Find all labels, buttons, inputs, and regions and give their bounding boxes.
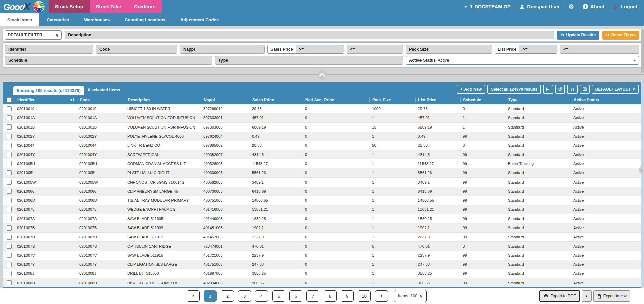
filter-preset-select[interactable]: DEFAULT FILTER ∨ <box>5 30 62 40</box>
sort-button[interactable] <box>567 85 578 94</box>
identifier-filter-input[interactable] <box>5 45 93 54</box>
row-checkbox[interactable] <box>7 189 12 194</box>
table-row[interactable]: 0201008U0201008UDISC KIT REFILL ISOMED 8… <box>3 278 641 288</box>
column-header-type[interactable]: Type <box>506 98 571 102</box>
row-checkbox[interactable] <box>7 124 12 130</box>
row-checkbox[interactable] <box>7 235 12 240</box>
row-checkbox[interactable] <box>7 216 12 221</box>
row-checkbox[interactable] <box>7 198 12 203</box>
tab-adjustment-codes[interactable]: Adjustment Codes <box>173 13 226 26</box>
layout-dropdown[interactable]: DEFAULT LAYOUT ∨ <box>592 85 639 94</box>
reset-filters-button[interactable]: ↺ Reset Filters <box>602 31 639 40</box>
page-button[interactable]: 8 <box>324 290 337 302</box>
select-all-button[interactable]: Select all 124379 results <box>487 85 541 94</box>
items-per-page-select[interactable]: Items: 100 ∨ <box>394 290 427 302</box>
table-row[interactable]: 0201007D0201007DSAW BLADE 51191240145700… <box>3 233 641 242</box>
row-checkbox[interactable] <box>7 262 12 267</box>
entity-selector[interactable]: ▼ 1-DOCSTEAM GP <box>464 4 511 9</box>
row-checkbox[interactable] <box>7 161 12 166</box>
table-row[interactable]: 0201006D0201006DTIBIAL TRAY MODULAR PRIM… <box>3 196 641 205</box>
table-row[interactable]: 0201007A0201007ASAW BLADE 51190540144900… <box>3 214 641 223</box>
page-button[interactable]: 6 <box>289 290 302 302</box>
table-row[interactable]: 0201007V0201007VSAW BLADE 51191540172100… <box>3 251 641 260</box>
page-button[interactable]: 7 <box>306 290 319 302</box>
export-csv-button[interactable]: Export to csv <box>593 290 630 302</box>
column-header-nett-acq-price[interactable]: Nett Acq. Price <box>303 98 369 102</box>
nav-creditors[interactable]: Creditors <box>128 0 162 13</box>
columns-button[interactable] <box>580 85 590 94</box>
column-header-description[interactable]: Description <box>125 98 201 102</box>
row-checkbox[interactable] <box>7 152 12 157</box>
column-header-sales-price[interactable]: Sales Price <box>250 98 303 102</box>
user-menu[interactable]: Docspan User <box>519 4 560 9</box>
page-button[interactable]: 1 <box>204 290 217 302</box>
column-header-identifier[interactable]: Identifier ▾ 1 <box>15 98 77 102</box>
list-price-min-input[interactable] <box>519 45 557 53</box>
select-all-checkbox[interactable] <box>7 97 12 102</box>
nappi-filter-input[interactable] <box>180 45 265 54</box>
code-filter-input[interactable] <box>96 45 177 54</box>
tab-stock-items[interactable]: Stock Items <box>0 13 39 26</box>
column-header-pack-size[interactable]: Pack Size <box>369 98 415 102</box>
settings-button[interactable]: ⚙ <box>568 4 574 10</box>
table-row[interactable]: 0201007502010075WEDGE ENOPHTHALMOS401416… <box>3 205 641 214</box>
export-options-button[interactable]: ▲ <box>582 290 592 302</box>
page-button[interactable]: 10 <box>358 290 371 302</box>
column-header-list-price[interactable]: List Price <box>415 98 460 102</box>
schedule-filter-input[interactable] <box>5 56 212 65</box>
scrollbar-thumb[interactable] <box>641 30 644 73</box>
fit-columns-button[interactable] <box>543 85 553 94</box>
reset-layout-button[interactable]: ↺ <box>555 85 565 94</box>
update-results-button[interactable]: ↻ Update Results <box>557 31 599 40</box>
table-row[interactable]: 0201001B0201001BVOLUVEN SOLUTION FOR INF… <box>3 123 641 132</box>
table-row[interactable]: 0201007B0201007BSAW BLADE 51190940145100… <box>3 223 641 233</box>
column-header-schedule[interactable]: Schedule <box>460 98 506 102</box>
active-status-select[interactable]: Active Status Active ▾ <box>406 56 639 65</box>
row-checkbox[interactable] <box>7 244 12 249</box>
page-button[interactable]: 3 <box>238 290 251 302</box>
table-row[interactable]: 0201007S0201007SOPTISULIN CARTRIDGE72347… <box>3 242 641 251</box>
table-row[interactable]: 0201007Y0201007YCLIP LIGATION SLS LARGE4… <box>3 260 641 269</box>
row-checkbox[interactable] <box>7 225 12 231</box>
row-checkbox[interactable] <box>7 134 12 139</box>
row-checkbox[interactable] <box>7 106 12 111</box>
column-header-nappi[interactable]: Nappi <box>201 98 250 102</box>
about-button[interactable]: i About <box>583 4 604 9</box>
table-row[interactable]: 0201005W0201005WCHRONOS TCP 5GMS 710014S… <box>3 178 641 187</box>
row-checkbox[interactable] <box>7 180 12 185</box>
table-row[interactable]: 0201006602010066CLIP ANEURYSM LARGE 4540… <box>3 187 641 196</box>
table-row[interactable]: 0201004Y0201004YSCREW PEDICAL40008200743… <box>3 150 641 159</box>
table-row[interactable]: 0201001A0201001AVOLUVEN SOLUTION FOR INF… <box>3 113 641 122</box>
nav-stock-take[interactable]: Stock Take <box>90 0 128 13</box>
page-button[interactable]: 5 <box>272 290 285 302</box>
export-pdf-button[interactable]: Export to PDF <box>539 290 580 302</box>
description-filter-input[interactable] <box>65 31 554 39</box>
nav-stock-setup[interactable]: Stock Setup <box>49 0 90 13</box>
tab-categories[interactable]: Categories <box>39 13 77 26</box>
collapse-filters-button[interactable] <box>317 70 327 80</box>
row-checkbox[interactable] <box>7 143 12 148</box>
row-checkbox[interactable] <box>7 115 12 120</box>
page-button[interactable]: 9 <box>341 290 354 302</box>
page-button[interactable]: 4 <box>255 290 268 302</box>
pack-size-filter-input[interactable] <box>406 45 492 54</box>
table-row[interactable]: 0201008J0201008JDRILL BIT 31505040198700… <box>3 269 641 278</box>
type-filter-input[interactable] <box>215 56 403 65</box>
table-row[interactable]: 0201002Y0201002YPOLYETHYLENE GLYCOL 4000… <box>3 132 641 141</box>
sales-price-max-input[interactable] <box>347 45 403 54</box>
table-row[interactable]: 0201004402010044LINK TR BENZ CO897895009… <box>3 141 641 150</box>
tab-counting-locations[interactable]: Counting Locations <box>117 13 173 26</box>
row-checkbox[interactable] <box>7 271 12 276</box>
table-row[interactable]: 0201001902010019HIBICET 1.30 IN WATER897… <box>3 104 641 113</box>
row-checkbox[interactable] <box>7 170 12 175</box>
sales-price-min-input[interactable] <box>296 45 344 53</box>
table-row[interactable]: 0201005H0201005HCODMAN CRANIAL ACCESS KI… <box>3 159 641 168</box>
page-button[interactable]: 2 <box>221 290 234 302</box>
list-price-max-input[interactable] <box>560 45 639 54</box>
row-checkbox[interactable] <box>7 280 12 285</box>
add-new-button[interactable]: + Add New <box>457 85 485 94</box>
column-header-active-status[interactable]: Active Status <box>571 98 641 102</box>
row-checkbox[interactable] <box>7 207 12 212</box>
column-header-code[interactable]: Code <box>77 98 125 102</box>
row-checkbox[interactable] <box>7 253 12 258</box>
